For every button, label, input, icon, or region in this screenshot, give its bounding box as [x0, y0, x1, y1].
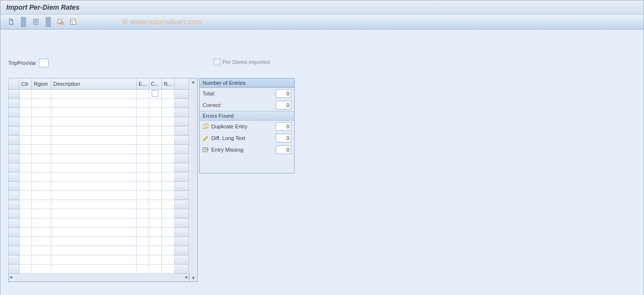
- cell-c[interactable]: [149, 154, 161, 163]
- cell-description[interactable]: [51, 172, 137, 182]
- table-row[interactable]: [9, 99, 189, 108]
- table-row[interactable]: [9, 154, 189, 163]
- cell-e[interactable]: [137, 172, 149, 182]
- cell-description[interactable]: [51, 99, 137, 108]
- cell-e[interactable]: [137, 246, 149, 255]
- col-ctr[interactable]: Ctr: [19, 78, 32, 90]
- row-selector[interactable]: [9, 191, 19, 200]
- cell-n[interactable]: [161, 218, 174, 228]
- cell-ctr[interactable]: [19, 191, 32, 200]
- cell-c[interactable]: [149, 136, 161, 145]
- cell-c[interactable]: [149, 117, 161, 126]
- cell-rgion[interactable]: [32, 99, 51, 108]
- cell-e[interactable]: [137, 90, 149, 99]
- table-row[interactable]: [9, 218, 189, 228]
- cell-ctr[interactable]: [19, 209, 32, 218]
- cell-description[interactable]: [51, 264, 137, 274]
- cell-n[interactable]: [161, 246, 174, 255]
- row-selector[interactable]: [9, 218, 19, 228]
- cell-description[interactable]: [51, 126, 137, 136]
- cell-rgion[interactable]: [32, 191, 51, 200]
- cell-e[interactable]: [137, 218, 149, 228]
- row-selector[interactable]: [9, 126, 19, 136]
- cell-n[interactable]: [161, 228, 174, 237]
- row-selector[interactable]: [9, 99, 19, 108]
- cell-c[interactable]: [149, 191, 161, 200]
- table-row[interactable]: [9, 163, 189, 172]
- cell-n[interactable]: [161, 117, 174, 126]
- cell-rgion[interactable]: [32, 200, 51, 209]
- cell-rgion[interactable]: [32, 136, 51, 145]
- cell-n[interactable]: [161, 99, 174, 108]
- per-diems-imported-checkbox[interactable]: [214, 59, 220, 65]
- table-row[interactable]: [9, 191, 189, 200]
- cell-ctr[interactable]: [19, 264, 32, 274]
- cell-e[interactable]: [137, 209, 149, 218]
- cell-ctr[interactable]: [19, 172, 32, 182]
- row-selector[interactable]: [9, 136, 19, 145]
- cell-c[interactable]: [149, 163, 161, 172]
- cell-description[interactable]: [51, 209, 137, 218]
- cell-e[interactable]: [137, 145, 149, 154]
- cell-rgion[interactable]: [32, 117, 51, 126]
- cell-e[interactable]: [137, 108, 149, 117]
- cell-description[interactable]: [51, 191, 137, 200]
- log-button[interactable]: [30, 16, 42, 28]
- table-row[interactable]: [9, 246, 189, 255]
- cell-description[interactable]: [51, 154, 137, 163]
- table-row[interactable]: [9, 264, 189, 274]
- cell-c[interactable]: [149, 108, 161, 117]
- scroll-left-icon[interactable]: ◄: [9, 274, 13, 280]
- cell-c[interactable]: [149, 182, 161, 191]
- cell-c[interactable]: [149, 209, 161, 218]
- row-selector[interactable]: [9, 163, 19, 172]
- cell-n[interactable]: [161, 136, 174, 145]
- cell-ctr[interactable]: [19, 163, 32, 172]
- table-row[interactable]: [9, 172, 189, 182]
- layout-button[interactable]: [67, 16, 79, 28]
- cell-c[interactable]: [149, 246, 161, 255]
- cell-description[interactable]: [51, 228, 137, 237]
- cell-ctr[interactable]: [19, 228, 32, 237]
- cell-ctr[interactable]: [19, 237, 32, 246]
- cell-description[interactable]: [51, 145, 137, 154]
- cell-n[interactable]: [161, 163, 174, 172]
- cell-e[interactable]: [137, 136, 149, 145]
- cell-description[interactable]: [51, 90, 137, 99]
- table-row[interactable]: [9, 237, 189, 246]
- cell-e[interactable]: [137, 237, 149, 246]
- cell-ctr[interactable]: [19, 246, 32, 255]
- cell-rgion[interactable]: [32, 90, 51, 99]
- cell-rgion[interactable]: [32, 145, 51, 154]
- scroll-right-icon[interactable]: ►: [185, 274, 189, 280]
- cell-n[interactable]: [161, 264, 174, 274]
- row-selector[interactable]: [9, 182, 19, 191]
- cell-c[interactable]: [149, 228, 161, 237]
- cell-n[interactable]: [161, 237, 174, 246]
- table-hscroll[interactable]: ◄ ►: [8, 274, 189, 282]
- cell-e[interactable]: [137, 200, 149, 209]
- cell-rgion[interactable]: [32, 264, 51, 274]
- cell-ctr[interactable]: [19, 200, 32, 209]
- cell-description[interactable]: [51, 182, 137, 191]
- table-row[interactable]: [9, 108, 189, 117]
- cell-description[interactable]: [51, 108, 137, 117]
- cell-ctr[interactable]: [19, 145, 32, 154]
- cell-rgion[interactable]: [32, 182, 51, 191]
- cell-description[interactable]: [51, 136, 137, 145]
- table-row[interactable]: [9, 255, 189, 264]
- new-document-button[interactable]: [5, 16, 17, 28]
- cell-c[interactable]: [149, 99, 161, 108]
- row-selector[interactable]: [9, 228, 19, 237]
- row-selector[interactable]: [9, 209, 19, 218]
- row-selector[interactable]: [9, 145, 19, 154]
- cell-n[interactable]: [161, 200, 174, 209]
- cell-description[interactable]: [51, 237, 137, 246]
- row-checkbox[interactable]: [152, 90, 158, 97]
- cell-description[interactable]: [51, 117, 137, 126]
- cell-c[interactable]: [149, 145, 161, 154]
- cell-e[interactable]: [137, 255, 149, 264]
- cell-description[interactable]: [51, 200, 137, 209]
- cell-n[interactable]: [161, 126, 174, 136]
- cell-rgion[interactable]: [32, 246, 51, 255]
